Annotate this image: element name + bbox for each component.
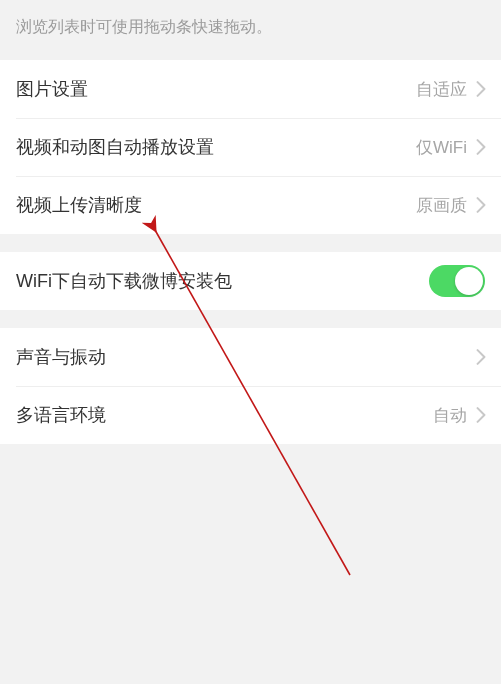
row-multi-language[interactable]: 多语言环境 自动	[0, 386, 501, 444]
image-settings-value: 自适应	[416, 78, 467, 101]
settings-group-download: WiFi下自动下载微博安装包	[0, 252, 501, 310]
video-autoplay-label: 视频和动图自动播放设置	[16, 135, 416, 159]
wifi-auto-download-toggle[interactable]	[429, 265, 485, 297]
scroll-tip-text: 浏览列表时可使用拖动条快速拖动。	[0, 0, 501, 60]
settings-group-general: 声音与振动 多语言环境 自动	[0, 328, 501, 444]
chevron-right-icon	[471, 195, 491, 215]
section-gap	[0, 310, 501, 328]
row-sound-vibration[interactable]: 声音与振动	[0, 328, 501, 386]
multi-language-value: 自动	[433, 404, 467, 427]
settings-group-media: 图片设置 自适应 视频和动图自动播放设置 仅WiFi 视频上传清晰度 原画质	[0, 60, 501, 234]
chevron-right-icon	[471, 79, 491, 99]
video-upload-quality-label: 视频上传清晰度	[16, 193, 416, 217]
multi-language-label: 多语言环境	[16, 403, 433, 427]
chevron-right-icon	[471, 405, 491, 425]
video-autoplay-value: 仅WiFi	[416, 136, 467, 159]
wifi-auto-download-label: WiFi下自动下载微博安装包	[16, 269, 429, 293]
chevron-right-icon	[471, 347, 491, 367]
row-video-upload-quality[interactable]: 视频上传清晰度 原画质	[0, 176, 501, 234]
row-wifi-auto-download[interactable]: WiFi下自动下载微博安装包	[0, 252, 501, 310]
sound-vibration-label: 声音与振动	[16, 345, 467, 369]
row-video-autoplay[interactable]: 视频和动图自动播放设置 仅WiFi	[0, 118, 501, 176]
row-image-settings[interactable]: 图片设置 自适应	[0, 60, 501, 118]
section-gap	[0, 234, 501, 252]
image-settings-label: 图片设置	[16, 77, 416, 101]
chevron-right-icon	[471, 137, 491, 157]
video-upload-quality-value: 原画质	[416, 194, 467, 217]
toggle-knob	[455, 267, 483, 295]
